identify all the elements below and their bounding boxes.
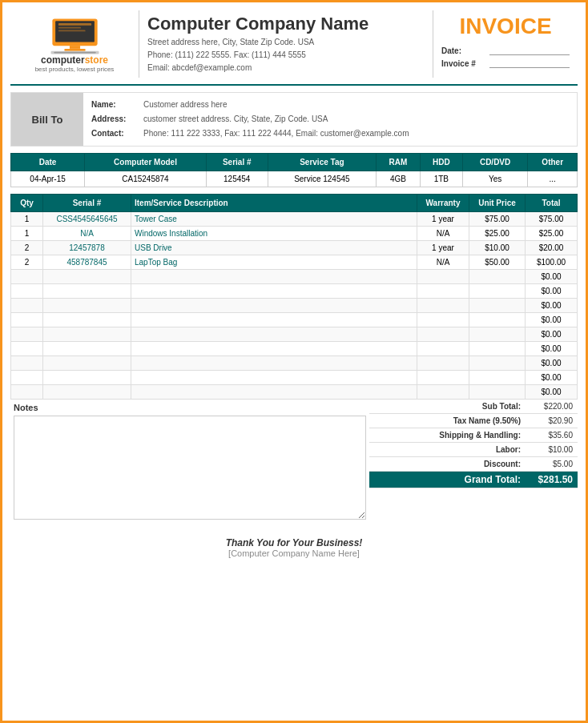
shipping-label: Shipping & Handling: [374,431,521,440]
items-cell-qty: 2 [11,241,43,255]
items-cell-qty: 1 [11,212,43,227]
comp-serial: 125454 [206,171,268,187]
items-cell-qty [11,371,43,385]
svg-rect-6 [64,49,85,51]
labor-row: Labor: $10.00 [369,443,578,457]
grand-value: $281.50 [521,474,573,485]
bill-to-name-row: Name: Customer address here [91,98,569,112]
items-cell-warranty [417,313,469,327]
items-header-serial: Serial # [43,195,131,212]
invoice-num-row: Invoice # [441,58,570,68]
items-cell-warranty [417,356,469,371]
items-row-1: 1N/AWindows InstallationN/A$25.00$25.00 [11,227,578,241]
company-logo [45,15,105,55]
items-row-6: $0.00 [11,299,578,313]
items-cell-warranty [417,371,469,385]
items-header-warranty: Warranty [417,195,469,212]
logo-tagline: best products, lowest prices [35,66,115,73]
items-cell-serial [43,371,131,385]
comp-model: CA15245874 [85,171,207,187]
items-cell-description [131,299,417,313]
items-cell-unit-price: $10.00 [469,241,526,255]
invoice-section: INVOICE Date: Invoice # [433,10,578,78]
items-row-2: 212457878USB Drive1 year$10.00$20.00 [11,241,578,255]
comp-table-header-row: Date Computer Model Serial # Service Tag… [11,154,578,171]
notes-label: Notes [14,403,366,412]
company-phone: Phone: (111) 222 5555. Fax: (111) 444 55… [147,49,425,62]
svg-rect-3 [58,27,80,29]
comp-header-ram: RAM [377,154,421,171]
computer-info-table: Date Computer Model Serial # Service Tag… [10,153,578,187]
bill-to-address-label: Address: [91,112,143,127]
svg-rect-2 [58,23,91,26]
items-cell-warranty [417,299,469,313]
items-cell-unit-price [469,356,526,371]
company-email: Email: abcdef@example.com [147,62,425,74]
tax-row: Tax Name (9.50%) $20.90 [369,414,578,428]
items-cell-qty [11,299,43,313]
comp-header-other: Other [528,154,578,171]
subtotal-row: Sub Total: $220.00 [369,400,578,414]
items-cell-unit-price [469,327,526,342]
items-cell-total: $0.00 [526,313,578,327]
items-row-7: $0.00 [11,313,578,327]
labor-value: $10.00 [521,445,573,454]
items-header-unit-price: Unit Price [469,195,526,212]
items-cell-serial: 458787845 [43,255,131,270]
items-cell-total: $0.00 [526,284,578,299]
items-cell-qty [11,327,43,342]
discount-label: Discount: [374,460,521,468]
bill-to-address-value: customer street address. City, State, Zi… [143,112,328,127]
header: computerstore best products, lowest pric… [10,10,578,86]
comp-header-hdd: HDD [420,154,462,171]
footer-company-placeholder: [Computer Company Name Here] [10,548,578,558]
date-label: Date: [441,46,489,55]
comp-hdd: 1TB [420,171,462,187]
bill-to-info: Name: Customer address here Address: cus… [83,93,577,146]
items-cell-serial [43,299,131,313]
items-cell-warranty: 1 year [417,241,469,255]
items-cell-description [131,371,417,385]
items-row-8: $0.00 [11,327,578,342]
items-cell-total: $0.00 [526,385,578,400]
shipping-row: Shipping & Handling: $35.60 [369,428,578,443]
items-cell-total: $25.00 [526,227,578,241]
items-cell-unit-price: $50.00 [469,255,526,270]
items-cell-description [131,270,417,284]
items-cell-warranty [417,327,469,342]
company-info: Computer Company Name Street address her… [139,10,433,78]
invoice-title: INVOICE [441,14,570,39]
logo-text: computerstore [41,55,108,66]
items-row-11: $0.00 [11,371,578,385]
items-cell-total: $0.00 [526,270,578,284]
items-cell-serial: CSS4545645645 [43,212,131,227]
items-header-total: Total [526,195,578,212]
items-cell-qty: 2 [11,255,43,270]
items-row-4: $0.00 [11,270,578,284]
items-cell-unit-price [469,385,526,400]
items-cell-serial [43,327,131,342]
items-cell-description [131,356,417,371]
items-cell-qty [11,356,43,371]
items-cell-unit-price: $75.00 [469,212,526,227]
bill-to-address-row: Address: customer street address. City, … [91,112,569,127]
comp-header-cddvd: CD/DVD [462,154,528,171]
items-cell-description: LapTop Bag [131,255,417,270]
svg-rect-8 [54,52,96,54]
discount-value: $5.00 [521,460,573,468]
bill-to-contact-row: Contact: Phone: 111 222 3333, Fax: 111 2… [91,127,569,141]
items-cell-total: $20.00 [526,241,578,255]
invoice-num-input-line [489,58,570,68]
items-cell-total: $0.00 [526,327,578,342]
notes-textarea[interactable] [14,416,366,520]
notes-section: Notes [10,400,369,524]
items-cell-serial: 12457878 [43,241,131,255]
items-cell-unit-price [469,313,526,327]
bill-to-label: Bill To [11,93,83,146]
subtotal-value: $220.00 [521,402,573,411]
items-cell-qty [11,313,43,327]
items-cell-total: $0.00 [526,371,578,385]
items-cell-warranty: N/A [417,255,469,270]
items-header-description: Item/Service Description [131,195,417,212]
items-cell-unit-price [469,284,526,299]
